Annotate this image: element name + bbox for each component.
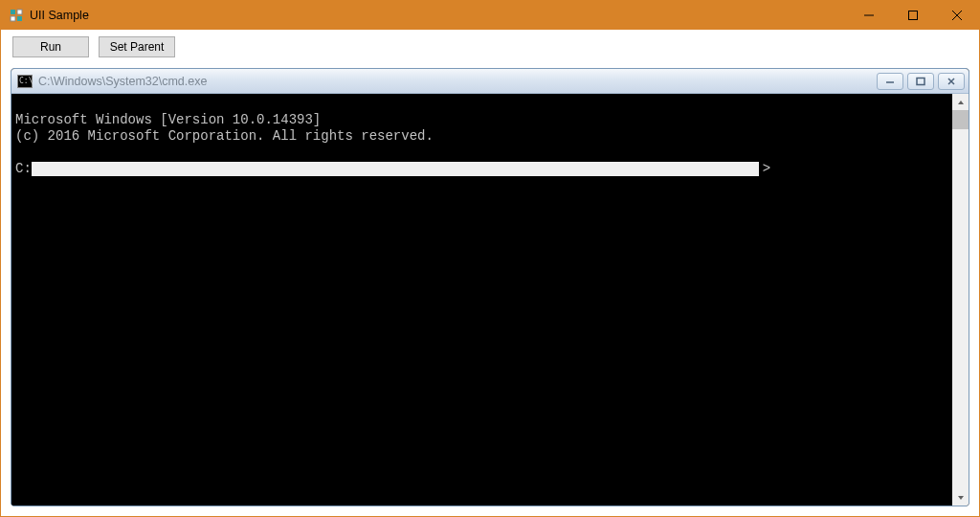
svg-rect-9 — [917, 78, 924, 84]
svg-marker-12 — [958, 101, 964, 104]
cmd-body: Microsoft Windows [Version 10.0.14393] (… — [11, 94, 969, 506]
cmd-close-button[interactable] — [938, 73, 965, 90]
cmd-window: C:\ C:\Windows\System32\cmd.exe Microsof… — [11, 68, 969, 506]
set-parent-button[interactable]: Set Parent — [99, 36, 175, 57]
svg-rect-1 — [17, 10, 22, 14]
cmd-prompt-prefix: C: — [15, 161, 32, 177]
app-icon — [9, 8, 24, 23]
cmd-maximize-button[interactable] — [907, 73, 934, 90]
scroll-down-button[interactable] — [952, 489, 969, 506]
outer-titlebar[interactable]: UII Sample — [1, 1, 979, 30]
svg-rect-0 — [11, 10, 15, 14]
scroll-track[interactable] — [952, 110, 969, 489]
cmd-scrollbar[interactable] — [952, 94, 969, 506]
cmd-text-selection[interactable] — [32, 162, 759, 176]
svg-rect-5 — [909, 11, 918, 20]
cmd-minimize-button[interactable] — [877, 73, 903, 90]
maximize-button[interactable] — [891, 1, 935, 30]
cmd-title: C:\Windows\System32\cmd.exe — [38, 75, 207, 88]
window-title: UII Sample — [30, 9, 89, 22]
run-button[interactable]: Run — [12, 36, 89, 57]
outer-window: UII Sample Run Set Parent C:\ C:\Windows… — [0, 0, 980, 517]
toolbar: Run Set Parent — [1, 30, 979, 64]
svg-rect-2 — [11, 16, 15, 21]
cmd-content[interactable]: Microsoft Windows [Version 10.0.14393] (… — [11, 94, 952, 506]
cmd-prompt-line[interactable]: C:> — [15, 161, 952, 177]
scroll-up-button[interactable] — [952, 94, 969, 110]
client-area: C:\ C:\Windows\System32\cmd.exe Microsof… — [1, 64, 979, 516]
cmd-output-line: (c) 2016 Microsoft Corporation. All righ… — [15, 128, 434, 144]
cmd-icon: C:\ — [17, 75, 33, 88]
cmd-prompt-suffix: > — [763, 161, 770, 177]
scroll-thumb[interactable] — [952, 110, 969, 129]
svg-rect-3 — [17, 16, 22, 21]
svg-marker-13 — [958, 496, 964, 500]
minimize-button[interactable] — [847, 1, 891, 30]
cmd-output-line: Microsoft Windows [Version 10.0.14393] — [15, 112, 321, 127]
cmd-titlebar[interactable]: C:\ C:\Windows\System32\cmd.exe — [11, 69, 969, 94]
close-button[interactable] — [935, 1, 979, 30]
